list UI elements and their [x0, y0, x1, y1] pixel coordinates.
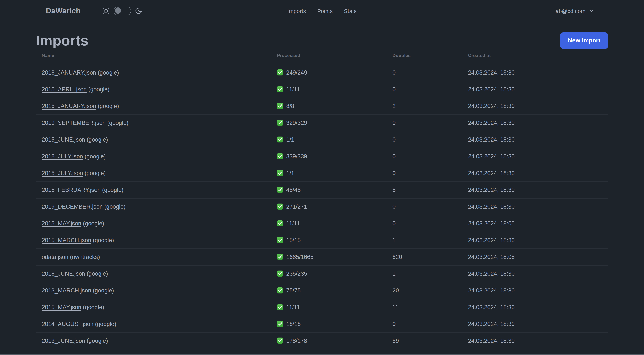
table-row: 2013_MARCH.json (google)75/752024.03.202…: [36, 282, 608, 299]
success-check-icon: [277, 220, 283, 227]
processed-cell: 178/178: [271, 333, 386, 349]
import-file-link[interactable]: 2015_JUNE.json: [42, 136, 85, 143]
success-check-icon: [277, 271, 283, 277]
import-file-link[interactable]: 2015_MAY.json: [42, 220, 82, 227]
doubles-cell: 0: [386, 131, 462, 148]
theme-switch[interactable]: [114, 6, 131, 15]
doubles-cell: 0: [386, 64, 462, 81]
nav-link-points[interactable]: Points: [317, 8, 332, 14]
import-file-link[interactable]: 2019_SEPTEMBER.json: [42, 120, 106, 126]
import-file-link[interactable]: 2015_FEBRUARY.json: [42, 187, 100, 193]
doubles-cell: 820: [386, 249, 462, 265]
processed-count: 1/1: [286, 136, 294, 143]
table-row: 2015_JANUARY.json (google)8/8224.03.2024…: [36, 98, 608, 115]
table-row: 2013_JUNE.json (google)178/1785924.03.20…: [36, 333, 608, 349]
import-file-link[interactable]: 2015_MARCH.json: [42, 237, 91, 243]
theme-switch-knob: [115, 7, 121, 14]
success-check-icon: [277, 321, 283, 327]
processed-count: 18/18: [286, 321, 301, 327]
import-file-link[interactable]: 2015_MAY.json: [42, 304, 82, 310]
table-row: 2015_APRIL.json (google)11/11024.03.2024…: [36, 81, 608, 98]
doubles-cell: 0: [386, 215, 462, 232]
doubles-cell: 1: [386, 265, 462, 282]
import-source: (google): [91, 237, 114, 243]
doubles-cell: 0: [386, 316, 462, 333]
table-row: 2019_DECEMBER.json (google)271/271024.03…: [36, 198, 608, 215]
processed-cell: 235/235: [271, 265, 386, 282]
import-source: (owntracks): [68, 254, 100, 260]
import-name-cell: odata.json (owntracks): [36, 249, 271, 265]
created-at-cell: 24.03.2024, 18:30: [462, 165, 608, 182]
app-logo[interactable]: DaWarIch: [46, 6, 80, 15]
import-name-cell: 2015_MAY.json (google): [36, 299, 271, 316]
created-at-cell: 24.03.2024, 18:30: [462, 333, 608, 349]
processed-count: 48/48: [286, 187, 301, 193]
created-at-cell: 24.03.2024, 18:30: [462, 316, 608, 333]
import-name-cell: 2018_JUNE.json (google): [36, 265, 271, 282]
processed-cell: 329/329: [271, 115, 386, 131]
created-at-cell: 24.03.2024, 18:30: [462, 64, 608, 81]
doubles-cell: 0: [386, 198, 462, 215]
import-file-link[interactable]: 2018_JUNE.json: [42, 271, 85, 277]
user-menu-button[interactable]: ab@cd.com: [556, 8, 594, 14]
import-file-link[interactable]: 2018_JULY.json: [42, 153, 83, 159]
import-source: (google): [82, 220, 104, 227]
processed-cell: 18/18: [271, 316, 386, 333]
nav-link-stats[interactable]: Stats: [344, 8, 357, 14]
processed-cell: 1/1: [271, 165, 386, 182]
processed-cell: 11/11: [271, 299, 386, 316]
import-source: (google): [82, 304, 104, 310]
import-file-link[interactable]: 2013_JUNE.json: [42, 338, 85, 344]
doubles-cell: 8: [386, 182, 462, 198]
import-name-cell: 2015_MARCH.json (google): [36, 232, 271, 249]
doubles-cell: 20: [386, 282, 462, 299]
doubles-cell: 0: [386, 81, 462, 98]
new-import-button[interactable]: New import: [560, 32, 608, 49]
created-at-cell: 24.03.2024, 18:30: [462, 148, 608, 165]
table-row: 2018_JUNE.json (google)235/235124.03.202…: [36, 265, 608, 282]
table-row: 2015_JUNE.json (google)1/1024.03.2024, 1…: [36, 131, 608, 148]
import-file-link[interactable]: 2019_DECEMBER.json: [42, 203, 103, 210]
import-source: (google): [85, 271, 108, 277]
navbar: DaWarIch Imports Points St: [0, 0, 644, 21]
processed-count: 15/15: [286, 237, 301, 243]
success-check-icon: [277, 153, 283, 159]
processed-cell: 1/1: [271, 131, 386, 148]
import-file-link[interactable]: 2018_JANUARY.json: [42, 69, 96, 76]
processed-cell: 271/271: [271, 198, 386, 215]
nav-link-imports[interactable]: Imports: [287, 8, 306, 14]
doubles-cell: 0: [386, 165, 462, 182]
import-source: (google): [87, 86, 110, 92]
table-row: 2015_MAY.json (google)11/11024.03.2024, …: [36, 215, 608, 232]
success-check-icon: [277, 203, 283, 210]
import-name-cell: 2014_AUGUST.json (google): [36, 316, 271, 333]
created-at-cell: 24.03.2024, 18:05: [462, 249, 608, 265]
window-bottom-edge: [0, 354, 644, 355]
import-source: (google): [106, 120, 128, 126]
import-file-link[interactable]: 2015_JANUARY.json: [42, 103, 96, 109]
import-name-cell: 2015_FEBRUARY.json (google): [36, 182, 271, 198]
import-file-link[interactable]: 2015_APRIL.json: [42, 86, 87, 92]
import-source: (google): [85, 338, 108, 344]
processed-cell: 11/11: [271, 81, 386, 98]
processed-cell: 75/75: [271, 282, 386, 299]
table-row: odata.json (owntracks)1665/166582024.03.…: [36, 249, 608, 265]
table-row: 2015_FEBRUARY.json (google)48/48824.03.2…: [36, 182, 608, 198]
created-at-cell: 24.03.2024, 18:30: [462, 198, 608, 215]
import-file-link[interactable]: odata.json: [42, 254, 68, 260]
import-file-link[interactable]: 2015_JULY.json: [42, 170, 83, 176]
import-file-link[interactable]: 2013_MARCH.json: [42, 287, 91, 294]
processed-cell: 339/339: [271, 148, 386, 165]
processed-cell: 15/15: [271, 232, 386, 249]
import-name-cell: 2015_JULY.json (google): [36, 165, 271, 182]
success-check-icon: [277, 69, 283, 76]
import-file-link[interactable]: 2014_AUGUST.json: [42, 321, 93, 327]
processed-count: 178/178: [286, 338, 307, 344]
col-header-processed: Processed: [271, 49, 386, 64]
col-header-created-at: Created at: [462, 49, 608, 64]
imports-table: Name Processed Doubles Created at 2018_J…: [36, 49, 608, 355]
import-source: (google): [93, 321, 116, 327]
processed-count: 11/11: [286, 304, 300, 310]
success-check-icon: [277, 338, 283, 344]
import-source: (google): [91, 287, 114, 294]
